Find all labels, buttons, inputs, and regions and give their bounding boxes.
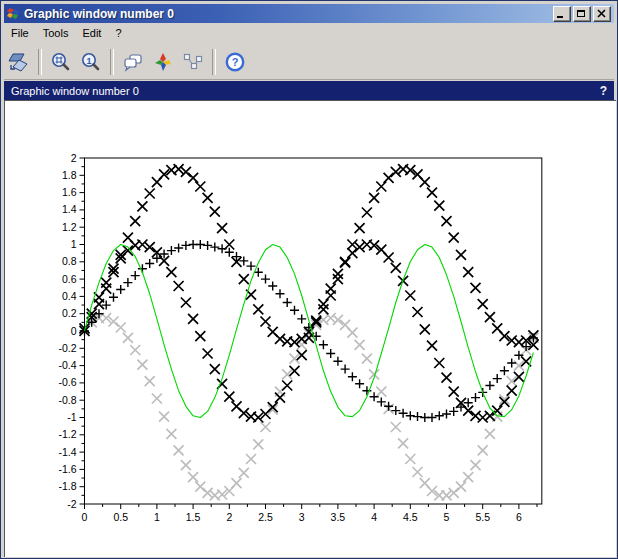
svg-text:1: 1 (86, 55, 91, 65)
y-tick-label: 2 (71, 152, 77, 164)
y-tick-label: -1.4 (58, 446, 76, 458)
x-tick-label: 3.5 (331, 511, 346, 523)
menu-tools[interactable]: Tools (36, 25, 76, 41)
x-tick-label: 5.5 (475, 511, 490, 523)
plot-canvas[interactable]: 00.511.522.533.544.555.56-2-1.8-1.6-1.4-… (4, 100, 616, 557)
menu-bar: File Tools Edit ? (4, 23, 614, 43)
x-tick-label: 5 (444, 511, 450, 523)
y-tick-label: 0.8 (62, 255, 77, 267)
help-icon[interactable]: ? (222, 49, 248, 75)
y-tick-label: -1.2 (58, 428, 76, 440)
x-tick-label: 4.5 (403, 511, 418, 523)
svg-text:?: ? (232, 56, 239, 68)
y-tick-label: -1.8 (58, 480, 76, 492)
x-tick-label: 0 (82, 511, 88, 523)
y-tick-label: 0.2 (62, 307, 77, 319)
y-tick-label: 1.2 (62, 221, 77, 233)
minimize-icon (557, 16, 563, 18)
datatips-icon[interactable] (180, 49, 206, 75)
y-tick-label: 0.6 (62, 273, 77, 285)
y-tick-label: 0.4 (62, 290, 77, 302)
info-bar: Graphic window number 0 ? (4, 81, 614, 100)
zoom-original-icon[interactable]: 1 (78, 49, 104, 75)
plus-sine-curve (80, 240, 538, 422)
dialogs-icon[interactable] (120, 49, 146, 75)
scilab-ged-icon[interactable] (150, 49, 176, 75)
graphic-window: Graphic window number 0 File Tools Edit … (0, 0, 618, 559)
x-tick-label: 0.5 (113, 511, 128, 523)
y-tick-label: -1 (67, 411, 76, 423)
x-tick-label: 2.5 (258, 511, 273, 523)
toolbar-separator (110, 49, 114, 75)
close-button[interactable] (593, 6, 611, 22)
x-tick-label: 4 (371, 511, 377, 523)
axes-box (85, 158, 542, 504)
y-tick-label: 1.4 (62, 203, 77, 215)
maximize-button[interactable] (573, 6, 591, 22)
infobar-text: Graphic window number 0 (11, 85, 139, 97)
x-tick-label: 1.5 (186, 511, 201, 523)
y-tick-label: -1.6 (58, 463, 76, 475)
close-icon (594, 7, 610, 21)
menu-file[interactable]: File (4, 25, 36, 41)
x-tick-label: 3 (299, 511, 305, 523)
maximize-icon (577, 10, 585, 17)
y-tick-label: -0.6 (58, 376, 76, 388)
chart: 00.511.522.533.544.555.56-2-1.8-1.6-1.4-… (5, 101, 617, 558)
minimize-button[interactable] (553, 6, 571, 22)
menu-help[interactable]: ? (108, 25, 128, 41)
y-tick-label: -0.2 (58, 342, 76, 354)
zoom-area-icon[interactable] (48, 49, 74, 75)
y-tick-label: 0 (71, 325, 77, 337)
toolbar-separator (212, 49, 216, 75)
rotate-3d-icon[interactable] (6, 49, 32, 75)
window-title: Graphic window number 0 (24, 8, 553, 20)
x-tick-label: 2 (226, 511, 232, 523)
y-tick-label: 1 (71, 238, 77, 250)
tool-bar: 1 (4, 44, 614, 80)
x-tick-label: 1 (154, 511, 160, 523)
y-tick-label: -0.4 (58, 359, 76, 371)
y-tick-label: -2 (67, 498, 76, 510)
y-tick-label: 1.6 (62, 186, 77, 198)
gray-cross-curve (80, 313, 539, 500)
menu-edit[interactable]: Edit (75, 25, 108, 41)
title-bar[interactable]: Graphic window number 0 (4, 4, 614, 23)
infobar-help-icon[interactable]: ? (600, 84, 607, 98)
toolbar-separator (38, 49, 42, 75)
y-tick-label: 1.8 (62, 169, 77, 181)
y-tick-label: -0.8 (58, 394, 76, 406)
x-tick-label: 6 (516, 511, 522, 523)
scilab-app-icon (7, 7, 20, 20)
